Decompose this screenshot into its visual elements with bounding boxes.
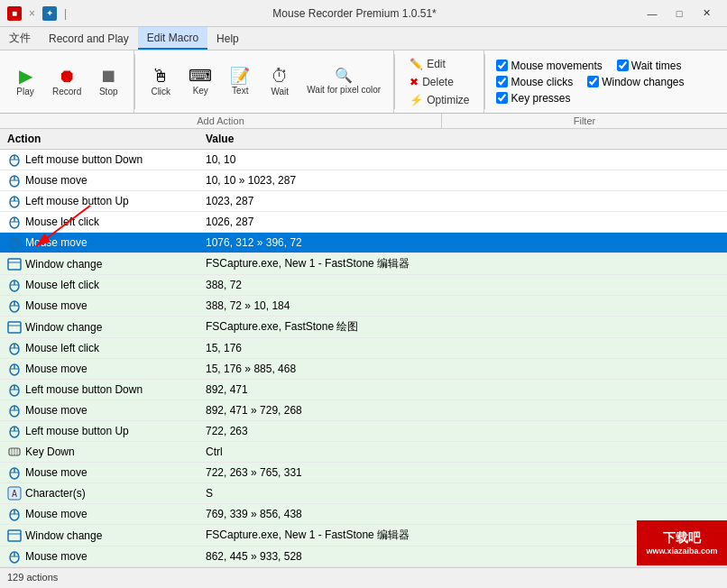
window-controls: — □ ✕ — [639, 5, 720, 23]
row-action-text: Left mouse button Down — [25, 153, 143, 166]
table-row[interactable]: Mouse move 15, 176 » 885, 468 — [0, 359, 727, 380]
row-action-text: Mouse left click — [25, 279, 99, 291]
row-value-cell: 10, 10 — [202, 152, 723, 168]
row-action-text: Left mouse button Up — [25, 195, 129, 207]
text-icon: 📝 — [230, 68, 250, 84]
table-row[interactable]: Mouse left click 1026, 287 — [0, 212, 727, 233]
edit-button-label: Edit — [427, 58, 446, 70]
optimize-button[interactable]: ⚡ Optimize — [402, 92, 476, 108]
toolbar: ▶ Play ⏺ Record ⏹ Stop 🖱 Click ⌨ Key 📝 T… — [0, 51, 727, 114]
watermark-text: 下载吧 — [663, 530, 701, 547]
row-type-icon — [7, 403, 22, 418]
row-action-cell: Left mouse button Down — [4, 151, 202, 169]
edit-button[interactable]: ✏️ Edit — [402, 56, 476, 72]
record-button[interactable]: ⏺ Record — [47, 63, 87, 100]
svg-text:A: A — [12, 489, 17, 499]
filter-wait-times-checkbox[interactable] — [617, 60, 629, 71]
table-body[interactable]: Left mouse button Down 10, 10 Mouse move… — [0, 150, 727, 567]
table-row[interactable]: Window change FSCapture.exe, New 1 - Fas… — [0, 253, 727, 275]
close-button[interactable]: ✕ — [693, 5, 720, 23]
row-action-cell: Key Down — [4, 443, 202, 461]
table-row[interactable]: Mouse move 388, 72 » 10, 184 — [0, 296, 727, 317]
row-type-icon — [7, 382, 22, 397]
table-row[interactable]: Window change FSCapture.exe, New 1 - Fas… — [0, 525, 727, 547]
header-value: Value — [202, 131, 713, 147]
row-action-text: Window change — [25, 529, 102, 542]
filter-group: Mouse movements Wait times Mouse clicks … — [485, 51, 695, 113]
menu-edit-macro[interactable]: Edit Macro — [138, 27, 207, 50]
table-row[interactable]: Mouse left click 388, 72 — [0, 275, 727, 296]
key-button[interactable]: ⌨ Key — [182, 64, 218, 99]
table-row[interactable]: Mouse move 892, 471 » 729, 268 — [0, 400, 727, 421]
add-action-label: Add Action — [0, 114, 442, 128]
row-type-icon — [7, 424, 22, 438]
table-row[interactable]: Left mouse button Down 892, 471 — [0, 380, 727, 400]
section-labels-bar: Add Action Filter — [0, 114, 727, 129]
text-button[interactable]: 📝 Text — [222, 64, 258, 99]
row-value-cell: FSCapture.exe, New 1 - FastStone 编辑器 — [202, 254, 723, 273]
table-row[interactable]: Left mouse button Up 722, 263 — [0, 421, 727, 442]
filter-mouse-clicks-checkbox[interactable] — [496, 76, 508, 87]
row-action-text: Left mouse button Up — [25, 425, 129, 437]
edit-actions-group: ✏️ Edit ✖ Delete ⚡ Optimize — [395, 51, 484, 113]
filter-mouse-movements-checkbox[interactable] — [496, 60, 508, 71]
table-row[interactable]: Mouse move 10, 10 » 1023, 287 — [0, 170, 727, 191]
filter-window-changes-checkbox[interactable] — [587, 76, 599, 87]
play-button[interactable]: ▶ Play — [7, 63, 43, 100]
row-value-cell: S — [202, 485, 723, 501]
row-action-cell: Window change — [4, 318, 202, 336]
stop-label: Stop — [99, 87, 118, 96]
filter-key-presses-checkbox[interactable] — [496, 92, 508, 104]
filter-wait-times: Wait times — [617, 60, 682, 72]
delete-button[interactable]: ✖ Delete — [402, 74, 476, 90]
row-action-cell: Left mouse button Down — [4, 381, 202, 399]
title-pipe: | — [64, 7, 67, 20]
stop-icon: ⏹ — [99, 67, 117, 85]
table-row[interactable]: Mouse move 1076, 312 » 396, 72 — [0, 233, 727, 253]
menu-record-play[interactable]: Record and Play — [40, 27, 138, 50]
table-row[interactable]: A Character(s) S — [0, 483, 727, 504]
record-icon: ⏺ — [58, 67, 76, 85]
row-type-icon — [7, 320, 22, 335]
maximize-button[interactable]: □ — [666, 5, 693, 23]
row-action-text: Mouse move — [25, 363, 87, 375]
click-label: Click — [151, 87, 170, 96]
delete-icon: ✖ — [410, 76, 419, 88]
filter-window-changes-label: Window changes — [602, 76, 684, 88]
wait-button[interactable]: ⏱ Wait — [262, 63, 298, 100]
table-row[interactable]: Key Down Ctrl — [0, 442, 727, 463]
scrollbar-header-spacer — [713, 131, 723, 147]
row-type-icon — [7, 528, 22, 543]
text-label: Text — [232, 86, 248, 96]
table-row[interactable]: Mouse left click 15, 176 — [0, 338, 727, 359]
filter-key-presses: Key presses — [496, 92, 570, 105]
row-value-cell: 1076, 312 » 396, 72 — [202, 234, 723, 251]
row-value-cell: 892, 471 » 729, 268 — [202, 402, 723, 418]
delete-button-label: Delete — [422, 76, 454, 88]
minimize-button[interactable]: — — [639, 5, 666, 23]
click-button[interactable]: 🖱 Click — [143, 63, 179, 100]
table-row[interactable]: Mouse move 862, 445 » 933, 528 — [0, 547, 727, 567]
table-row[interactable]: Mouse move 722, 263 » 765, 331 — [0, 463, 727, 483]
wait-pixel-button[interactable]: 🔍 Wait for pixel color — [301, 65, 386, 98]
app-icon-red: ■ — [7, 6, 22, 21]
row-value-cell: 722, 263 — [202, 423, 723, 439]
table-row[interactable]: Window change FSCapture.exe, FastStone 绘… — [0, 317, 727, 338]
filter-row-2: Mouse clicks Window changes — [496, 76, 684, 88]
row-action-text: Window change — [25, 258, 102, 271]
table-row[interactable]: Left mouse button Up 1023, 287 — [0, 191, 727, 212]
row-action-cell: Mouse move — [4, 401, 202, 419]
key-icon: ⌨ — [189, 68, 212, 84]
row-action-text: Key Down — [25, 446, 75, 458]
menu-file[interactable]: 文件 — [0, 27, 40, 50]
status-bar: 129 actions — [0, 567, 727, 585]
table-row[interactable]: Mouse move 769, 339 » 856, 438 — [0, 504, 727, 525]
header-action: Action — [4, 131, 202, 147]
filter-window-changes: Window changes — [587, 76, 684, 88]
menu-help[interactable]: Help — [207, 27, 248, 50]
table-row[interactable]: Left mouse button Down 10, 10 — [0, 150, 727, 170]
stop-button[interactable]: ⏹ Stop — [90, 63, 126, 100]
row-value-cell: 1023, 287 — [202, 193, 723, 209]
row-type-icon — [7, 362, 22, 376]
title-bar: ■ × ✦ | Mouse Recorder Premium 1.0.51* —… — [0, 0, 727, 27]
